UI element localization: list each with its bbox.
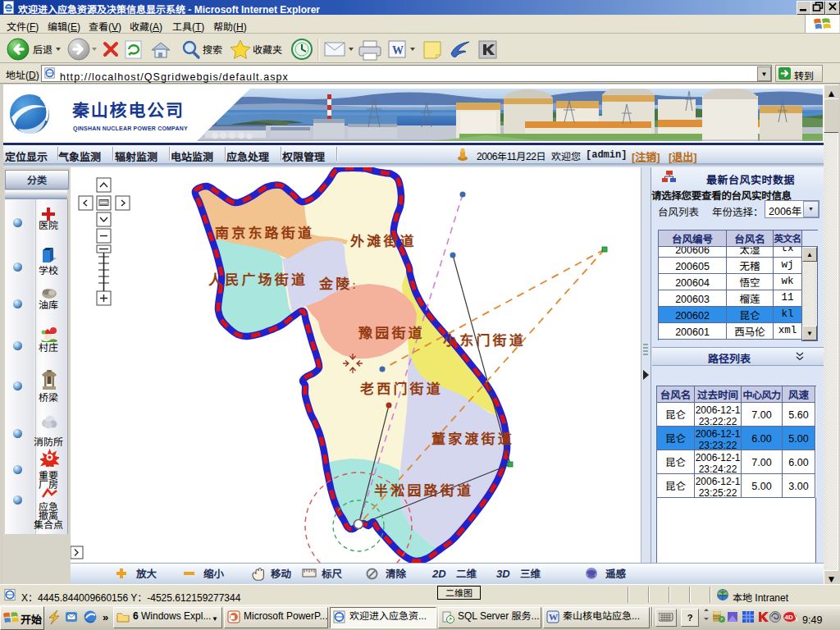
svg-text:QINSHAN NUCLEAR POWER COMPANY: QINSHAN NUCLEAR POWER COMPANY xyxy=(73,126,188,132)
svg-text:4D: 4D xyxy=(785,614,793,621)
svg-text:2D: 2D xyxy=(431,568,446,580)
svg-text:放大: 放大 xyxy=(135,565,158,581)
svg-text:收藏夹: 收藏夹 xyxy=(253,42,282,56)
svg-text:小东门街道: 小东门街道 xyxy=(442,329,526,349)
svg-text:秦山核电公司: 秦山核电公司 xyxy=(71,97,185,121)
svg-text:外滩街道: 外滩街道 xyxy=(349,230,417,250)
svg-text:清除: 清除 xyxy=(386,565,407,581)
svg-text:半淞园路街道: 半淞园路街道 xyxy=(374,479,473,500)
svg-text:3D: 3D xyxy=(496,568,510,580)
svg-text:二维: 二维 xyxy=(456,565,477,581)
svg-text:金陵:: 金陵: xyxy=(318,272,358,293)
svg-text:W: W xyxy=(549,612,558,622)
svg-text:缩小: 缩小 xyxy=(203,565,225,581)
svg-text:后退: 后退 xyxy=(33,42,52,56)
svg-text:标尺: 标尺 xyxy=(321,565,343,581)
svg-text:遥感: 遥感 xyxy=(605,565,627,581)
svg-text:移动: 移动 xyxy=(271,565,292,581)
svg-text:老西门街道: 老西门街道 xyxy=(359,377,443,398)
svg-text:南京东路街道: 南京东路街道 xyxy=(215,221,314,242)
svg-text:三维: 三维 xyxy=(520,565,541,581)
svg-text:搜索: 搜索 xyxy=(203,42,222,56)
svg-text:豫园街道: 豫园街道 xyxy=(358,322,425,342)
svg-text:人民广场街道: 人民广场街道 xyxy=(208,268,308,289)
svg-text:董家渡街道: 董家渡街道 xyxy=(431,427,514,448)
svg-text:W: W xyxy=(392,44,404,57)
